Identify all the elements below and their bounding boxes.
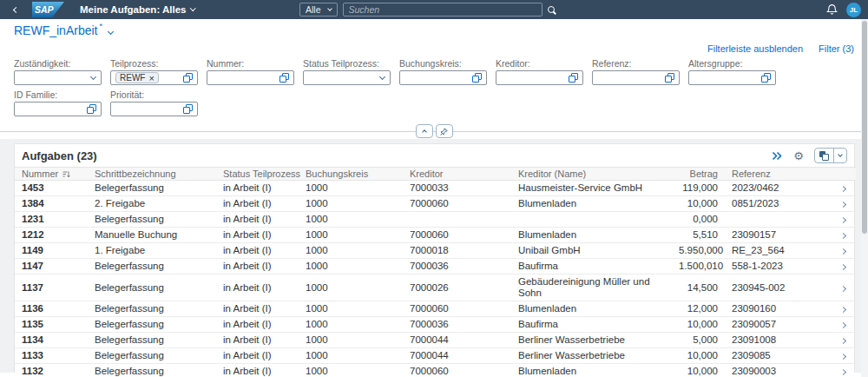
row-nav-chevron[interactable] [823,243,856,259]
value-help-icon[interactable] [761,73,771,83]
table-row[interactable]: 1147Belegerfassungin Arbeit (I)100070000… [15,259,856,274]
row-nav-chevron[interactable] [823,333,856,348]
filter-label: Buchungskreis: [399,58,487,69]
search-input[interactable] [343,3,542,17]
value-help-icon[interactable] [183,73,193,83]
app-title-menu[interactable]: Meine Aufgaben: Alles [80,4,195,15]
table-row[interactable]: 1133Belegerfassungin Arbeit (I)100070000… [15,348,856,364]
filter-field: Referenz: [592,58,680,85]
cell-referenz [725,212,823,228]
filter-input[interactable] [592,70,680,85]
row-nav-chevron[interactable] [823,348,856,364]
hide-filterbar-link[interactable]: Filterleiste ausblenden [707,43,803,56]
cell-referenz: 23090160 [725,301,823,317]
row-nav-chevron[interactable] [823,274,856,301]
value-help-icon[interactable] [569,73,578,83]
cell-referenz: 2023/0462 [725,181,823,196]
table-row[interactable]: 1132Belegerfassungin Arbeit (I)100070000… [15,364,856,377]
notifications-bell-icon[interactable] [826,3,838,16]
table-row[interactable]: 1134Belegerfassungin Arbeit (I)100070000… [15,333,856,348]
table-row[interactable]: 1135Belegerfassungin Arbeit (I)100070000… [15,317,856,333]
tasks-table-card: Aufgaben (23) ⚙ N [14,143,855,373]
collapse-header-button[interactable] [416,124,433,138]
cell-kreditor-name: Unibail GmbH [511,243,672,259]
filter-input[interactable] [110,102,198,116]
user-avatar[interactable]: JL [846,3,861,17]
cell-status: in Arbeit (I) [216,317,299,333]
value-help-icon[interactable] [665,73,674,83]
row-nav-chevron[interactable] [823,364,856,377]
column-status-teilprozess[interactable]: Status Teilprozess [216,168,299,181]
filter-input[interactable] [14,102,102,116]
sort-icon [62,171,70,178]
filter-token[interactable]: REWF× [115,72,159,83]
export-menu-button[interactable] [833,149,846,162]
cell-kreditor: 7000044 [403,348,511,364]
row-nav-chevron[interactable] [823,196,856,212]
filter-input[interactable] [688,70,776,85]
row-nav-chevron[interactable] [823,181,856,196]
column-buchungskreis[interactable]: Buchungskreis [299,168,403,181]
token-remove-icon[interactable]: × [148,74,154,83]
cell-referenz: 23091008 [725,333,823,348]
table-row[interactable]: 11491. Freigabein Arbeit (I)10007000018U… [15,243,856,259]
column-referenz[interactable]: Referenz [725,168,823,181]
search-scope-value: Alle [306,4,321,15]
cell-nummer: 1133 [15,348,88,364]
cell-status: in Arbeit (I) [216,364,299,377]
row-nav-chevron[interactable] [823,228,856,243]
row-nav-chevron[interactable] [823,301,856,317]
value-help-icon[interactable] [183,104,193,114]
table-row[interactable]: 1137Belegerfassungin Arbeit (I)100070000… [15,274,856,301]
search-icon[interactable] [548,6,555,13]
column-betrag[interactable]: Betrag [672,168,725,181]
cell-schrittbezeichnung: Belegerfassung [88,259,216,274]
cell-schrittbezeichnung: Belegerfassung [88,212,216,228]
content-area: Aufgaben (23) ⚙ N [0,139,868,373]
value-help-icon[interactable] [279,73,289,83]
cell-nummer: 1212 [15,228,88,243]
forward-tasks-button[interactable] [772,151,783,161]
cell-schrittbezeichnung: Belegerfassung [88,348,216,364]
table-row[interactable]: 1453Belegerfassungin Arbeit (I)100070000… [15,181,856,196]
column-kreditor-name[interactable]: Kreditor (Name) [511,168,672,181]
filter-input[interactable] [303,70,391,85]
export-button[interactable] [815,149,833,162]
row-nav-chevron[interactable] [823,317,856,333]
search-scope-select[interactable]: Alle [299,3,338,17]
filter-label: Referenz: [592,58,680,69]
row-nav-chevron[interactable] [823,259,856,274]
table-row[interactable]: 1231Belegerfassungin Arbeit (I)10000,000 [15,212,856,228]
cell-betrag: 5.950,000 [672,243,725,259]
pin-header-button[interactable] [436,124,453,138]
table-settings-button[interactable]: ⚙ [793,150,804,162]
column-schrittbezeichnung[interactable]: Schrittbezeichnung [88,168,216,181]
table-row[interactable]: 1136Belegerfassungin Arbeit (I)100070000… [15,301,856,317]
filter-input[interactable] [14,70,102,85]
filter-input[interactable] [399,70,487,85]
back-button[interactable] [9,8,23,12]
cell-status: in Arbeit (I) [216,333,299,348]
filter-input[interactable]: REWF× [110,70,198,85]
cell-referenz: 23090057 [725,317,823,333]
column-kreditor[interactable]: Kreditor [403,168,511,181]
column-nummer[interactable]: Nummer [15,168,88,181]
table-row[interactable]: 13842. Freigabein Arbeit (I)10007000060B… [15,196,856,212]
chevron-down-icon[interactable] [90,73,96,79]
table-row[interactable]: 1212Manuelle Buchungin Arbeit (I)1000700… [15,228,856,243]
value-help-icon[interactable] [87,104,96,114]
cell-kreditor-name: Baufirma [511,317,672,333]
filter-label: Nummer: [207,58,294,69]
cell-kreditor-name: Blumenladen [511,364,672,377]
filter-input[interactable] [496,70,583,85]
chevron-down-icon[interactable] [379,73,385,79]
cell-referenz: 230945-002 [725,274,823,301]
cell-betrag: 10,000 [672,317,725,333]
value-help-icon[interactable] [472,73,482,83]
variant-selector[interactable]: REWF_inArbeit * [14,23,113,37]
scrollbar-thumb[interactable] [862,21,867,234]
cell-status: in Arbeit (I) [216,274,299,301]
filters-dialog-link[interactable]: Filter (3) [819,43,854,56]
row-nav-chevron[interactable] [823,212,856,228]
filter-input[interactable] [207,70,294,85]
